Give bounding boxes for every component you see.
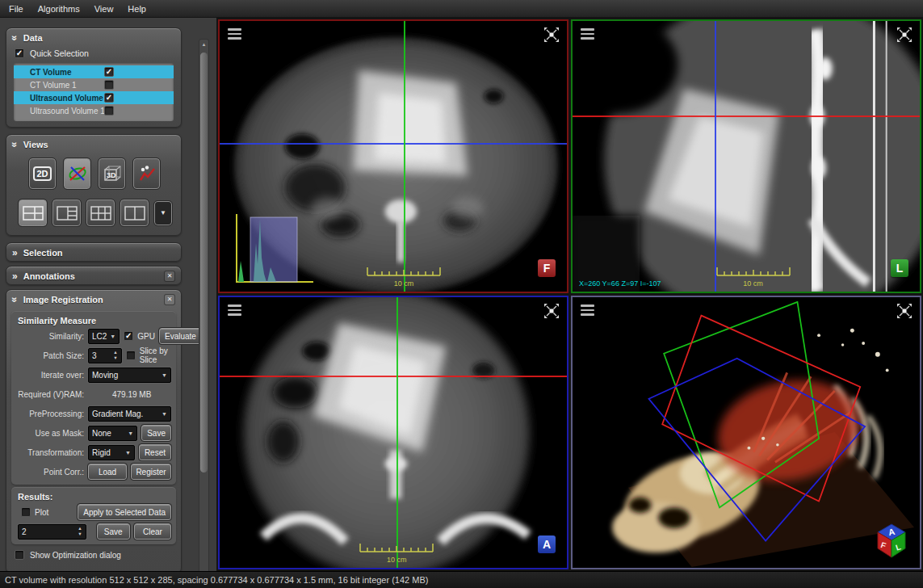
dropdown-arrow-icon: ▼	[158, 372, 167, 378]
views-panel-title: Views	[23, 140, 48, 149]
scale-ruler: 10 cm	[359, 541, 434, 564]
clear-button[interactable]: Clear	[134, 523, 171, 540]
apply-to-selected-data-button[interactable]: Apply to Selected Data	[78, 504, 171, 520]
viewport-3d[interactable]: A F L	[571, 296, 921, 569]
list-item[interactable]: CT Volume 1	[14, 78, 174, 91]
transformation-select[interactable]: Rigid ▼	[88, 445, 135, 460]
close-icon[interactable]: ✕	[164, 271, 175, 282]
level-window-histogram[interactable]	[231, 211, 315, 288]
sidebar: » Data ✓ Quick Selection CT Volume ✓ CT …	[0, 18, 216, 571]
results-index-stepper[interactable]: 2 ▲▼	[18, 524, 86, 540]
view-crossed-planes-button[interactable]	[64, 158, 90, 189]
viewport-sagittal[interactable]: X=260 Y=66 Z=97 I=-107 10 cm L	[571, 19, 921, 293]
viewport-coronal[interactable]: 10 cm A	[218, 296, 568, 569]
patch-size-stepper[interactable]: 3 ▲▼	[88, 348, 122, 363]
orientation-badge-l: L	[891, 259, 908, 277]
viewport-menu-icon[interactable]	[581, 28, 594, 40]
visibility-checkbox[interactable]: ✓	[104, 67, 114, 77]
reset-button[interactable]: Reset	[139, 444, 171, 460]
menu-file[interactable]: File	[2, 2, 31, 16]
expand-icon[interactable]	[896, 303, 913, 319]
annotations-panel: » Annotations ✕	[6, 266, 182, 285]
data-node-list: CT Volume ✓ CT Volume 1 Ultrasound Volum…	[14, 63, 174, 121]
visibility-checkbox[interactable]: ✓	[104, 93, 114, 103]
preprocessing-select[interactable]: Gradient Mag. ▼	[88, 406, 171, 422]
scroll-up-icon[interactable]: ▲	[199, 42, 208, 47]
crosshair-vertical[interactable]	[404, 21, 405, 292]
quick-selection-checkbox[interactable]: ✓	[15, 48, 24, 58]
view-2d-button[interactable]: 2D	[29, 158, 56, 189]
viewport-axial[interactable]: 10 cm F	[218, 19, 568, 293]
slice-by-slice-label: Slice by Slice	[140, 346, 171, 364]
collapse-chevron-icon[interactable]: »	[10, 296, 19, 302]
list-item[interactable]: CT Volume ✓	[14, 65, 174, 78]
mask-save-button[interactable]: Save	[141, 425, 171, 441]
scale-ruler: 10 cm	[716, 265, 791, 288]
similarity-value: LC2	[92, 332, 107, 341]
crosshair-horizontal[interactable]	[573, 116, 920, 117]
layout-2x2-button[interactable]	[19, 200, 47, 226]
selection-panel-title: Selection	[23, 248, 63, 258]
evaluate-button[interactable]: Evaluate	[159, 328, 202, 344]
plot-checkbox[interactable]	[21, 507, 31, 517]
show-optimization-label: Show Optimization dialog	[30, 551, 121, 560]
layout-grid-icon	[90, 206, 111, 220]
svg-text:3D: 3D	[107, 171, 116, 179]
layout-more-dropdown[interactable]: ▼	[154, 201, 172, 225]
viewport-menu-icon[interactable]	[228, 304, 241, 316]
menu-algorithms[interactable]: Algorithms	[31, 2, 87, 16]
gpu-checkbox[interactable]: ✓	[124, 331, 133, 341]
crosshair-horizontal[interactable]	[220, 376, 567, 377]
slice-by-slice-checkbox[interactable]	[126, 351, 136, 360]
scale-label: 10 cm	[367, 279, 441, 288]
registration-panel-header[interactable]: » Image Registration ✕	[6, 290, 181, 309]
spin-down-icon[interactable]: ▼	[78, 532, 82, 537]
layout-2col-button[interactable]	[120, 200, 149, 226]
list-item[interactable]: Ultrasound Volume 1	[14, 104, 174, 117]
collapse-chevron-icon[interactable]: »	[12, 271, 18, 281]
crosshair-vertical[interactable]	[396, 297, 398, 568]
show-optimization-checkbox[interactable]	[15, 550, 24, 560]
expand-icon[interactable]	[896, 27, 913, 43]
point-corr-label: Point Corr.:	[16, 468, 84, 477]
layout-grid-button[interactable]	[86, 200, 115, 226]
spin-down-icon[interactable]: ▼	[113, 356, 117, 361]
collapse-chevron-icon[interactable]: »	[10, 35, 19, 40]
similarity-select[interactable]: LC2 ▼	[88, 329, 120, 344]
status-bar: CT volume with resolution 512 x 512 x 28…	[0, 571, 923, 588]
annotations-panel-header[interactable]: » Annotations ✕	[6, 267, 181, 285]
collapse-chevron-icon[interactable]: »	[12, 248, 18, 258]
data-panel-header[interactable]: » Data	[6, 28, 181, 47]
scale-label: 10 cm	[716, 279, 791, 288]
collapse-chevron-icon[interactable]: »	[10, 141, 19, 147]
list-item[interactable]: Ultrasound Volume ✓	[14, 91, 174, 104]
spin-up-icon[interactable]: ▲	[78, 527, 82, 531]
spin-up-icon[interactable]: ▲	[113, 351, 117, 355]
expand-icon[interactable]	[543, 303, 560, 319]
view-3d-button[interactable]: 3D	[99, 158, 125, 189]
expand-icon[interactable]	[543, 27, 560, 43]
scrollbar-thumb[interactable]	[200, 52, 208, 472]
sidebar-scrollbar[interactable]: ▲ ▼	[199, 39, 209, 571]
viewport-menu-icon[interactable]	[228, 28, 241, 40]
use-as-mask-value: None	[92, 429, 111, 438]
results-save-button[interactable]: Save	[97, 523, 130, 540]
close-icon[interactable]: ✕	[164, 294, 175, 305]
visibility-checkbox[interactable]	[104, 80, 114, 90]
crosshair-vertical[interactable]	[715, 21, 716, 292]
crosshair-horizontal[interactable]	[220, 143, 567, 145]
selection-panel-header[interactable]: » Selection	[6, 243, 181, 262]
menu-view[interactable]: View	[87, 2, 121, 16]
vram-value: 479.19 MB	[112, 390, 151, 399]
view-plot-button[interactable]	[133, 158, 160, 189]
views-panel-header[interactable]: » Views	[6, 135, 181, 153]
visibility-checkbox[interactable]	[104, 106, 114, 116]
menu-help[interactable]: Help	[120, 2, 153, 16]
iterate-over-select[interactable]: Moving ▼	[88, 368, 171, 383]
use-as-mask-select[interactable]: None ▼	[88, 426, 137, 441]
load-button[interactable]: Load	[88, 464, 127, 480]
dropdown-arrow-icon: ▼	[107, 334, 115, 339]
viewport-menu-icon[interactable]	[581, 304, 594, 316]
register-button[interactable]: Register	[131, 464, 171, 480]
layout-left-big-button[interactable]	[52, 200, 81, 226]
